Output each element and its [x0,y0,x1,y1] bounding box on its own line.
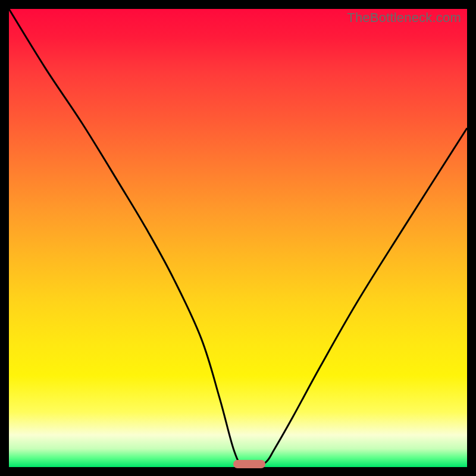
curve-path [9,9,467,469]
bottleneck-curve [9,9,467,467]
chart-frame: TheBottleneck.com [0,0,476,476]
plot-area: TheBottleneck.com [9,9,467,467]
optimal-marker [233,460,265,468]
